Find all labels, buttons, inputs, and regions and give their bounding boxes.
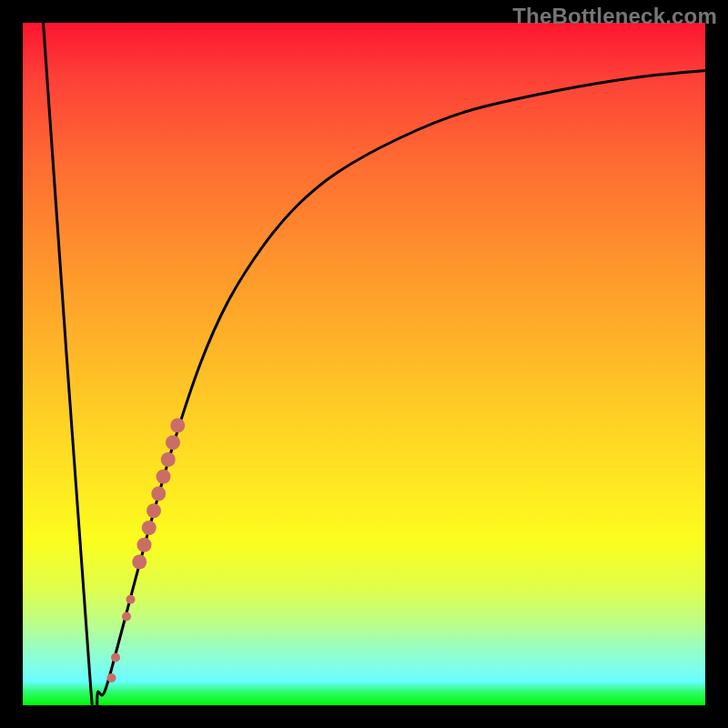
- scatter-point: [170, 419, 185, 433]
- bottleneck-curve-path: [44, 23, 706, 705]
- scatter-point: [161, 452, 176, 467]
- plot-area: [23, 23, 705, 705]
- scatter-point: [132, 555, 147, 570]
- chart-frame: TheBottleneck.com: [0, 0, 728, 728]
- scatter-point: [122, 612, 131, 622]
- scatter-point: [151, 487, 166, 501]
- scatter-point: [107, 673, 116, 682]
- chart-svg: [23, 23, 705, 705]
- watermark-text: TheBottleneck.com: [512, 4, 717, 29]
- scatter-point: [147, 503, 161, 518]
- scatter-point: [142, 521, 157, 535]
- scatter-point: [111, 653, 120, 662]
- scatter-point: [166, 435, 180, 450]
- scatter-point: [157, 470, 171, 484]
- scatter-point: [126, 595, 136, 604]
- scatter-point: [137, 538, 152, 552]
